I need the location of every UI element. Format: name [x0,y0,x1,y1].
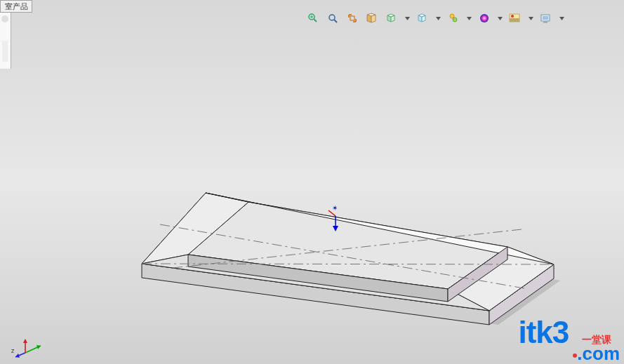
svg-text:✶: ✶ [332,204,338,212]
svg-marker-28 [23,339,27,343]
watermark-suffix: .com [573,344,620,363]
watermark: itk3 一堂课 .com [518,315,620,363]
watermark-main: itk3 [518,315,569,350]
coordinate-triad: z [11,336,44,361]
axis-z-label: z [11,347,15,354]
model-viewport[interactable]: ✶ [0,0,624,364]
